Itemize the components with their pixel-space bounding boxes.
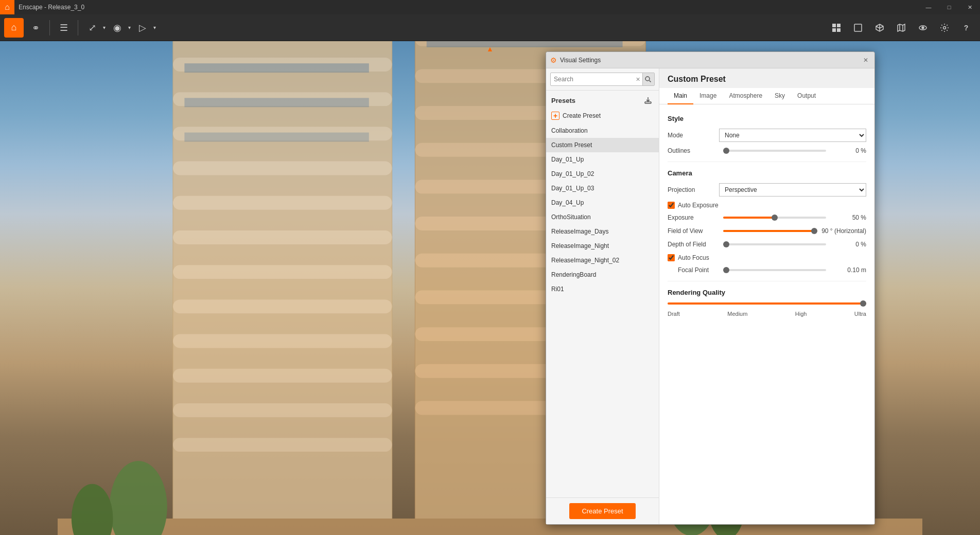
exposure-slider-thumb[interactable]: [772, 215, 778, 221]
quality-labels: Draft Medium High Ultra: [668, 311, 866, 317]
search-input[interactable]: [551, 76, 634, 83]
svg-rect-25: [173, 265, 392, 279]
focal-slider-thumb[interactable]: [723, 267, 729, 273]
exposure-value: 50 %: [830, 214, 866, 221]
cube-toolbar-button[interactable]: [870, 18, 889, 38]
vr-dropdown-arrow[interactable]: ▾: [128, 25, 131, 30]
quality-slider-thumb[interactable]: [860, 300, 866, 307]
auto-exposure-checkbox[interactable]: [668, 202, 675, 209]
auto-focus-checkbox[interactable]: [668, 254, 675, 261]
dof-slider[interactable]: [723, 243, 826, 245]
preset-item-collaboration[interactable]: Collaboration: [546, 123, 659, 138]
fov-slider-thumb[interactable]: [811, 228, 817, 234]
export-dropdown-arrow[interactable]: ▾: [153, 25, 156, 30]
projection-row: Projection Perspective Orthographic Two-…: [668, 183, 866, 197]
walk-toolbar-button[interactable]: ⤢: [82, 18, 102, 38]
svg-point-64: [72, 484, 113, 535]
settings-preset-title: Custom Preset: [668, 75, 866, 84]
close-button[interactable]: ✕: [959, 0, 980, 14]
svg-rect-3: [837, 28, 841, 32]
link-toolbar-button[interactable]: ⚭: [26, 18, 45, 38]
vs-title-text: Visual Settings: [560, 57, 861, 64]
preset-item-day04up[interactable]: Day_04_Up: [546, 195, 659, 210]
divider-2: [668, 281, 866, 281]
vr-toolbar-button[interactable]: ◉: [108, 18, 127, 38]
layers-toolbar-button[interactable]: ☰: [54, 18, 74, 38]
quality-high: High: [795, 311, 807, 317]
quality-ultra: Ultra: [854, 311, 866, 317]
preset-label-orthosituation: OrthoSituation: [551, 213, 591, 221]
svg-rect-28: [173, 369, 392, 383]
fov-slider[interactable]: [723, 230, 817, 232]
view-toolbar-button[interactable]: [913, 18, 933, 38]
preset-item-orthosituation[interactable]: OrthoSituation: [546, 210, 659, 224]
presets-title: Presets: [551, 97, 575, 104]
exposure-row: Exposure 50 %: [668, 214, 866, 221]
maximize-button[interactable]: □: [939, 0, 959, 14]
style-section-title: Style: [668, 115, 866, 122]
exposure-slider[interactable]: [723, 217, 826, 219]
svg-rect-23: [173, 196, 392, 210]
map-toolbar-button[interactable]: [891, 18, 911, 38]
svg-point-74: [645, 77, 650, 81]
outlines-slider[interactable]: [723, 150, 826, 152]
fov-label: Field of View: [668, 227, 719, 235]
svg-rect-58: [427, 41, 623, 47]
auto-focus-row: Auto Focus: [668, 254, 866, 261]
tab-atmosphere[interactable]: Atmosphere: [723, 88, 768, 104]
home-toolbar-button[interactable]: ⌂: [4, 18, 24, 38]
preset-item-releaseimage-days[interactable]: ReleaseImage_Days: [546, 224, 659, 239]
library-toolbar-button[interactable]: [827, 18, 846, 38]
preset-item-custom-preset[interactable]: Custom Preset: [546, 138, 659, 152]
search-submit-button[interactable]: [642, 73, 654, 85]
collapse-arrow[interactable]: ▲: [482, 45, 498, 52]
tab-sky[interactable]: Sky: [768, 88, 791, 104]
svg-rect-27: [173, 334, 392, 348]
presets-sidebar: ✕ Presets + Create Preset: [546, 68, 659, 524]
outlines-label: Outlines: [668, 147, 719, 154]
search-container: ✕: [546, 68, 659, 91]
preset-item-ri01[interactable]: Ri01: [546, 282, 659, 296]
focal-row: Focal Point 0.10 m: [668, 266, 866, 274]
preset-item-renderingboard[interactable]: RenderingBoard: [546, 268, 659, 282]
projection-select[interactable]: Perspective Orthographic Two-Point Persp…: [719, 183, 866, 197]
auto-exposure-row: Auto Exposure: [668, 202, 866, 209]
walk-dropdown-arrow[interactable]: ▾: [103, 25, 106, 30]
presets-download-button[interactable]: [642, 95, 654, 106]
preset-item-day01up[interactable]: Day_01_Up: [546, 152, 659, 167]
preset-label-day01up03: Day_01_Up_03: [551, 185, 594, 192]
quality-slider[interactable]: [668, 302, 866, 305]
tab-output[interactable]: Output: [791, 88, 822, 104]
dof-slider-thumb[interactable]: [723, 241, 729, 247]
mode-select[interactable]: None Wireframe Solid: [719, 129, 866, 142]
settings-toolbar-button[interactable]: [935, 18, 954, 38]
dof-label: Depth of Field: [668, 241, 719, 248]
quality-medium: Medium: [727, 311, 747, 317]
export-toolbar-button[interactable]: ▷: [133, 18, 152, 38]
svg-rect-29: [173, 403, 392, 417]
outlines-slider-thumb[interactable]: [723, 148, 729, 154]
focal-slider[interactable]: [723, 269, 826, 271]
create-preset-item[interactable]: + Create Preset: [546, 108, 659, 123]
projection-label: Projection: [668, 186, 719, 193]
svg-rect-14: [173, 41, 392, 535]
tab-main[interactable]: Main: [668, 88, 693, 104]
render-toolbar-button[interactable]: [848, 18, 868, 38]
create-preset-button[interactable]: Create Preset: [569, 503, 635, 519]
tab-image[interactable]: Image: [693, 88, 723, 104]
help-toolbar-button[interactable]: ?: [956, 18, 976, 38]
preset-item-releaseimage-night[interactable]: ReleaseImage_Night: [546, 239, 659, 253]
preset-item-day01up02[interactable]: Day_01_Up_02: [546, 167, 659, 181]
preset-label-releaseimage-night02: ReleaseImage_Night_02: [551, 257, 619, 264]
window-title: Enscape - Release_3_0: [14, 4, 918, 11]
auto-exposure-label[interactable]: Auto Exposure: [678, 202, 719, 209]
toolbar-separator-2: [78, 20, 78, 35]
auto-focus-label[interactable]: Auto Focus: [678, 254, 709, 261]
minimize-button[interactable]: —: [918, 0, 939, 14]
search-clear-button[interactable]: ✕: [634, 75, 642, 84]
preset-item-day01up03[interactable]: Day_01_Up_03: [546, 181, 659, 195]
svg-rect-1: [837, 24, 841, 27]
preset-item-releaseimage-night02[interactable]: ReleaseImage_Night_02: [546, 253, 659, 268]
svg-rect-35: [184, 63, 369, 73]
vs-close-button[interactable]: ✕: [861, 56, 870, 65]
